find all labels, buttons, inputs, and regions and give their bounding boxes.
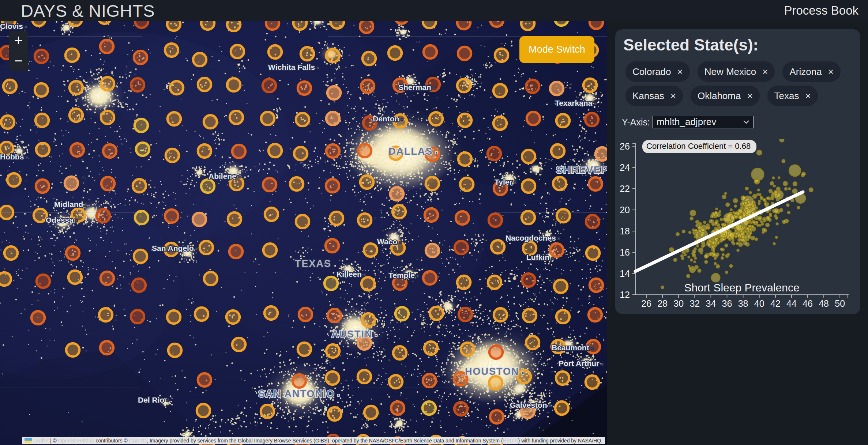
svg-text:26: 26 — [641, 298, 651, 309]
svg-text:14: 14 — [620, 268, 630, 279]
svg-text:SAN ANTONIO ▪: SAN ANTONIO ▪ — [258, 388, 340, 399]
svg-text:Texarkana ▪: Texarkana ▪ — [555, 99, 596, 107]
svg-text:Lufkin ▪: Lufkin ▪ — [526, 253, 553, 261]
svg-text:Del Rio ▪: Del Rio ▪ — [138, 396, 168, 404]
svg-text:Galveston ▪: Galveston ▪ — [510, 401, 551, 409]
svg-text:Midland ▪: Midland ▪ — [54, 200, 87, 208]
svg-text:Port Arthur ▪: Port Arthur ▪ — [559, 359, 603, 367]
svg-text:Tyler ▪: Tyler ▪ — [495, 178, 516, 186]
svg-text:48: 48 — [819, 298, 829, 309]
svg-text:12: 12 — [620, 290, 630, 300]
svg-text:22: 22 — [620, 184, 630, 194]
svg-text:SHREVEPORT ▪: SHREVEPORT ▪ — [556, 165, 607, 176]
svg-text:32: 32 — [689, 298, 700, 309]
svg-text:Wichita Falls ▪: Wichita Falls ▪ — [268, 63, 319, 71]
svg-text:24: 24 — [620, 162, 630, 173]
svg-text:38: 38 — [738, 298, 748, 309]
svg-text:HOUSTON ▪: HOUSTON ▪ — [465, 366, 525, 377]
svg-text:Hobbs ▪: Hobbs ▪ — [0, 152, 28, 161]
svg-text:Nacogdoches ▪: Nacogdoches ▪ — [506, 234, 560, 242]
svg-text:28: 28 — [657, 298, 668, 309]
svg-text:Sherman ▪: Sherman ▪ — [398, 83, 435, 91]
svg-text:Killeen ▪: Killeen ▪ — [337, 270, 366, 278]
svg-text:Waco ▪: Waco ▪ — [377, 237, 401, 246]
svg-text:Odessa ▪: Odessa ▪ — [46, 216, 78, 224]
svg-text:Temple ▪: Temple ▪ — [388, 271, 419, 279]
svg-text:16: 16 — [620, 247, 630, 257]
svg-text:Denton ▪: Denton ▪ — [373, 114, 403, 123]
svg-text:San Angelo ▪: San Angelo ▪ — [152, 244, 198, 252]
svg-text:34: 34 — [706, 298, 716, 309]
svg-text:30: 30 — [673, 298, 684, 309]
svg-text:42: 42 — [770, 298, 781, 309]
svg-text:DALLAS ▪: DALLAS ▪ — [388, 146, 438, 157]
svg-text:36: 36 — [722, 298, 732, 309]
svg-text:Abilene ▪: Abilene ▪ — [208, 172, 240, 180]
svg-text:44: 44 — [786, 298, 797, 309]
svg-text:50: 50 — [835, 298, 845, 309]
svg-text:Short Sleep Prevalence: Short Sleep Prevalence — [684, 282, 799, 294]
svg-text:Beaumont ▪: Beaumont ▪ — [552, 343, 593, 352]
svg-text:26: 26 — [620, 141, 630, 151]
svg-text:20: 20 — [620, 205, 630, 215]
svg-text:TEXAS: TEXAS — [295, 258, 331, 269]
svg-text:18: 18 — [620, 226, 630, 236]
svg-text:40: 40 — [754, 298, 764, 309]
svg-text:AUSTIN ▪: AUSTIN ▪ — [331, 329, 378, 340]
svg-text:Clovis ▪: Clovis ▪ — [0, 22, 27, 30]
svg-text:46: 46 — [803, 298, 813, 309]
